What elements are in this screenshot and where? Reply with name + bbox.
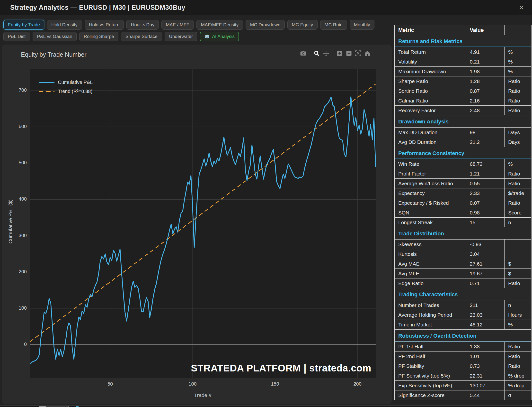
camera-icon[interactable] — [299, 49, 308, 58]
tab-sharpe-surface[interactable]: Sharpe Surface — [121, 32, 162, 41]
pan-icon[interactable] — [321, 49, 331, 58]
metric-row: Volatility0.21% — [395, 57, 531, 66]
metric-value: 1.98 — [466, 67, 504, 76]
metric-unit: % — [504, 320, 531, 329]
metrics-section-title: Trade Distribution — [395, 227, 531, 239]
strategy-analytics-window: Strategy Analytics — EURUSD | M30 | EURU… — [0, 0, 532, 407]
equity-curve — [30, 97, 376, 363]
tab-mc-ruin[interactable]: MC Ruin — [320, 20, 347, 30]
metric-value: 0.98 — [466, 208, 504, 217]
metric-value: 48.12 — [466, 320, 504, 329]
metric-value: 1.28 — [466, 76, 504, 86]
metric-name: PF 2nd Half — [395, 352, 466, 361]
tab-p-l-vs-gaussian[interactable]: P&L vs Gaussian — [33, 32, 77, 41]
y-tick-label: 0 — [9, 342, 27, 347]
metric-row: Average Win/Loss Ratio0.55Ratio — [395, 178, 531, 188]
metric-unit: n — [504, 218, 531, 227]
tab-label: Sharpe Surface — [125, 34, 158, 39]
legend-item-trend-r-0-88[interactable]: Trend (R²=0.88) — [39, 87, 93, 96]
tab-underwater[interactable]: Underwater — [165, 32, 197, 41]
metric-name: Sharpe Ratio — [395, 76, 466, 86]
clipped-element — [68, 406, 69, 407]
metric-row: Average Holding Period23.03Hours — [395, 310, 531, 320]
tab-label: MAE / MFE — [166, 22, 189, 28]
metric-row: Total Return4.91% — [395, 47, 531, 57]
legend-item-cumulative-p-l[interactable]: Cumulative P&L — [39, 78, 93, 87]
metric-row: Expectancy / $ Risked0.07Ratio — [395, 198, 531, 208]
autoscale-icon[interactable] — [354, 49, 363, 58]
close-icon[interactable]: × — [516, 2, 526, 12]
y-axis-title: Cumulative P&L ($) — [8, 196, 13, 247]
tab-hold-vs-return[interactable]: Hold vs Return — [85, 20, 124, 30]
metric-row: Avg MFE19.67$ — [395, 268, 531, 278]
tab-label: MC Drawdown — [250, 22, 280, 28]
metric-value: 0.71 — [466, 278, 504, 288]
clipped-element — [76, 406, 79, 407]
legend-swatch-dashed — [39, 91, 54, 92]
metrics-section-title: Drawdown Analysis — [395, 115, 531, 127]
metric-name: Recovery Factor — [395, 106, 466, 115]
tab-monthly[interactable]: Monthly — [350, 20, 375, 30]
tab-hold-density[interactable]: Hold Density — [47, 20, 82, 30]
metric-unit: Ratio — [504, 169, 531, 178]
tab-mc-equity[interactable]: MC Equity — [287, 20, 318, 30]
tab-label: P&L vs Gaussian — [37, 34, 72, 39]
tab-p-l-dist[interactable]: P&L Dist — [3, 32, 30, 41]
metric-unit: % — [504, 47, 531, 57]
metric-name: Average Holding Period — [395, 310, 466, 320]
tab-hour-day[interactable]: Hour × Day — [126, 20, 159, 30]
metric-row: PF Stability0.73Ratio — [395, 361, 531, 371]
tab-ai-analysis[interactable]: AI Analysis — [200, 32, 239, 41]
metric-unit: Ratio — [504, 198, 531, 208]
metric-name: Skewness — [395, 240, 466, 249]
metric-value: 19.67 — [466, 269, 504, 278]
chart-title: Equity by Trade Number — [21, 51, 87, 58]
metric-unit: n — [504, 300, 531, 310]
tab-mae-mfe-density[interactable]: MAE/MFE Density — [196, 20, 243, 30]
metric-unit: Ratio — [504, 96, 531, 105]
metric-name: Calmar Ratio — [395, 96, 466, 105]
metric-value: 15 — [466, 218, 504, 227]
metric-value: 1.01 — [466, 352, 504, 361]
metric-row: Expectancy2.33$/trade — [395, 188, 531, 198]
metric-value: 2.48 — [466, 106, 504, 115]
metric-row: Sortino Ratio0.87Ratio — [395, 86, 531, 96]
metric-row: Avg DD Duration21.2Days — [395, 137, 531, 147]
metric-row: Max DD Duration98Days — [395, 127, 531, 137]
metric-value: 23.03 — [466, 310, 504, 320]
metric-unit: % drop — [504, 381, 531, 390]
metric-name: Number of Trades — [395, 300, 466, 310]
tab-rolling-sharpe[interactable]: Rolling Sharpe — [79, 32, 118, 41]
metrics-section-title: Returns and Risk Metrics — [395, 35, 531, 47]
clipped-bottom-panel — [0, 405, 532, 407]
y-tick-label: 600 — [9, 124, 27, 129]
metric-unit: Ratio — [504, 361, 531, 371]
window-title: Strategy Analytics — EURUSD | M30 | EURU… — [10, 0, 185, 15]
metric-unit — [504, 249, 531, 259]
metric-value: 0.87 — [466, 86, 504, 96]
tab-mae-mfe[interactable]: MAE / MFE — [161, 20, 194, 30]
metric-unit: Ratio — [504, 179, 531, 188]
metric-name: Volatility — [395, 57, 466, 66]
metric-value: 2.16 — [466, 96, 504, 105]
metric-unit — [504, 25, 531, 35]
tab-equity-by-trade[interactable]: Equity by Trade — [3, 20, 44, 30]
zoom-box-icon[interactable] — [312, 49, 321, 58]
metric-value: 4.91 — [466, 47, 504, 57]
metric-unit: Ratio — [504, 352, 531, 361]
metric-unit: Hours — [504, 310, 531, 320]
plot-area[interactable] — [30, 69, 376, 378]
y-tick-label: 100 — [9, 305, 27, 311]
metric-name: Avg MAE — [395, 259, 466, 268]
zoom-out-icon[interactable] — [344, 49, 354, 58]
home-icon[interactable] — [363, 49, 372, 58]
metric-unit — [504, 240, 531, 249]
zoom-in-icon[interactable] — [335, 49, 344, 58]
metric-unit: Ratio — [504, 106, 531, 115]
metric-value: 27.61 — [466, 259, 504, 268]
metric-row: Edge Ratio0.71Ratio — [395, 278, 531, 288]
metric-name: PF Sensitivity (top 5%) — [395, 371, 466, 380]
metric-value: -0.93 — [466, 240, 504, 249]
tab-mc-drawdown[interactable]: MC Drawdown — [246, 20, 285, 30]
metric-unit: Score — [504, 208, 531, 217]
